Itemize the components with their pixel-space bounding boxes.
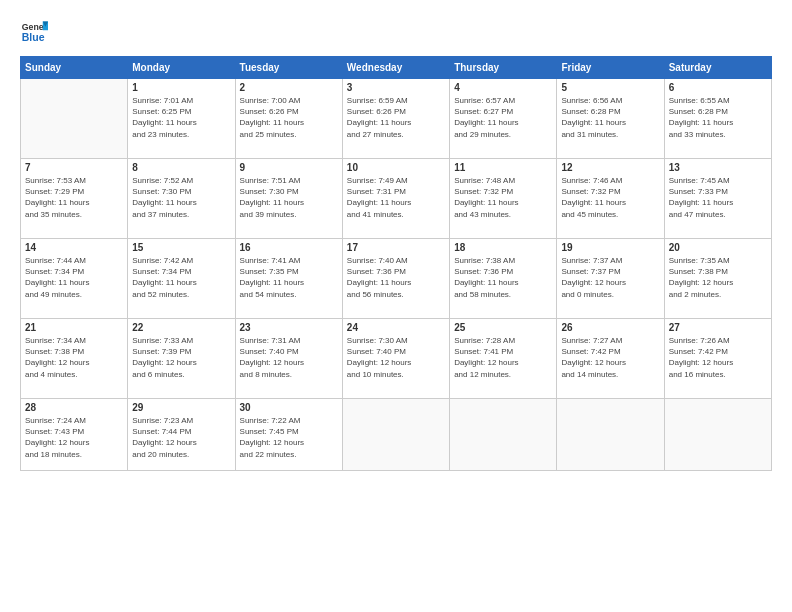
calendar-cell <box>21 79 128 159</box>
day-number: 27 <box>669 322 767 333</box>
calendar-cell: 8Sunrise: 7:52 AM Sunset: 7:30 PM Daylig… <box>128 159 235 239</box>
day-number: 21 <box>25 322 123 333</box>
day-info: Sunrise: 6:56 AM Sunset: 6:28 PM Dayligh… <box>561 95 659 140</box>
day-info: Sunrise: 7:30 AM Sunset: 7:40 PM Dayligh… <box>347 335 445 380</box>
calendar-cell: 30Sunrise: 7:22 AM Sunset: 7:45 PM Dayli… <box>235 399 342 471</box>
day-info: Sunrise: 7:53 AM Sunset: 7:29 PM Dayligh… <box>25 175 123 220</box>
day-number: 9 <box>240 162 338 173</box>
day-number: 22 <box>132 322 230 333</box>
calendar-cell: 2Sunrise: 7:00 AM Sunset: 6:26 PM Daylig… <box>235 79 342 159</box>
day-number: 10 <box>347 162 445 173</box>
calendar-cell: 26Sunrise: 7:27 AM Sunset: 7:42 PM Dayli… <box>557 319 664 399</box>
calendar-header-wednesday: Wednesday <box>342 57 449 79</box>
calendar-header-friday: Friday <box>557 57 664 79</box>
day-number: 26 <box>561 322 659 333</box>
calendar-week-row: 28Sunrise: 7:24 AM Sunset: 7:43 PM Dayli… <box>21 399 772 471</box>
day-info: Sunrise: 7:00 AM Sunset: 6:26 PM Dayligh… <box>240 95 338 140</box>
calendar-week-row: 14Sunrise: 7:44 AM Sunset: 7:34 PM Dayli… <box>21 239 772 319</box>
calendar-cell: 16Sunrise: 7:41 AM Sunset: 7:35 PM Dayli… <box>235 239 342 319</box>
header: General Blue <box>20 18 772 46</box>
day-info: Sunrise: 7:34 AM Sunset: 7:38 PM Dayligh… <box>25 335 123 380</box>
day-info: Sunrise: 7:23 AM Sunset: 7:44 PM Dayligh… <box>132 415 230 460</box>
day-number: 14 <box>25 242 123 253</box>
day-info: Sunrise: 7:33 AM Sunset: 7:39 PM Dayligh… <box>132 335 230 380</box>
calendar-cell <box>450 399 557 471</box>
logo-icon: General Blue <box>20 18 48 46</box>
calendar: SundayMondayTuesdayWednesdayThursdayFrid… <box>20 56 772 471</box>
calendar-header-monday: Monday <box>128 57 235 79</box>
calendar-cell: 20Sunrise: 7:35 AM Sunset: 7:38 PM Dayli… <box>664 239 771 319</box>
day-number: 5 <box>561 82 659 93</box>
calendar-week-row: 21Sunrise: 7:34 AM Sunset: 7:38 PM Dayli… <box>21 319 772 399</box>
calendar-cell: 24Sunrise: 7:30 AM Sunset: 7:40 PM Dayli… <box>342 319 449 399</box>
day-number: 1 <box>132 82 230 93</box>
day-number: 11 <box>454 162 552 173</box>
calendar-cell: 6Sunrise: 6:55 AM Sunset: 6:28 PM Daylig… <box>664 79 771 159</box>
day-info: Sunrise: 7:01 AM Sunset: 6:25 PM Dayligh… <box>132 95 230 140</box>
day-number: 4 <box>454 82 552 93</box>
calendar-cell: 22Sunrise: 7:33 AM Sunset: 7:39 PM Dayli… <box>128 319 235 399</box>
day-number: 17 <box>347 242 445 253</box>
day-number: 15 <box>132 242 230 253</box>
calendar-week-row: 1Sunrise: 7:01 AM Sunset: 6:25 PM Daylig… <box>21 79 772 159</box>
calendar-cell: 15Sunrise: 7:42 AM Sunset: 7:34 PM Dayli… <box>128 239 235 319</box>
day-info: Sunrise: 7:38 AM Sunset: 7:36 PM Dayligh… <box>454 255 552 300</box>
calendar-cell: 23Sunrise: 7:31 AM Sunset: 7:40 PM Dayli… <box>235 319 342 399</box>
day-number: 6 <box>669 82 767 93</box>
day-info: Sunrise: 7:42 AM Sunset: 7:34 PM Dayligh… <box>132 255 230 300</box>
calendar-week-row: 7Sunrise: 7:53 AM Sunset: 7:29 PM Daylig… <box>21 159 772 239</box>
day-info: Sunrise: 7:45 AM Sunset: 7:33 PM Dayligh… <box>669 175 767 220</box>
day-info: Sunrise: 7:22 AM Sunset: 7:45 PM Dayligh… <box>240 415 338 460</box>
day-number: 16 <box>240 242 338 253</box>
day-number: 7 <box>25 162 123 173</box>
calendar-cell: 10Sunrise: 7:49 AM Sunset: 7:31 PM Dayli… <box>342 159 449 239</box>
calendar-cell: 29Sunrise: 7:23 AM Sunset: 7:44 PM Dayli… <box>128 399 235 471</box>
day-number: 24 <box>347 322 445 333</box>
day-info: Sunrise: 7:46 AM Sunset: 7:32 PM Dayligh… <box>561 175 659 220</box>
day-number: 20 <box>669 242 767 253</box>
calendar-cell: 14Sunrise: 7:44 AM Sunset: 7:34 PM Dayli… <box>21 239 128 319</box>
calendar-cell: 1Sunrise: 7:01 AM Sunset: 6:25 PM Daylig… <box>128 79 235 159</box>
calendar-cell: 12Sunrise: 7:46 AM Sunset: 7:32 PM Dayli… <box>557 159 664 239</box>
day-info: Sunrise: 7:31 AM Sunset: 7:40 PM Dayligh… <box>240 335 338 380</box>
day-number: 8 <box>132 162 230 173</box>
day-number: 12 <box>561 162 659 173</box>
day-info: Sunrise: 7:37 AM Sunset: 7:37 PM Dayligh… <box>561 255 659 300</box>
logo: General Blue <box>20 18 52 46</box>
day-info: Sunrise: 7:24 AM Sunset: 7:43 PM Dayligh… <box>25 415 123 460</box>
day-number: 3 <box>347 82 445 93</box>
day-number: 18 <box>454 242 552 253</box>
calendar-header-saturday: Saturday <box>664 57 771 79</box>
day-info: Sunrise: 7:40 AM Sunset: 7:36 PM Dayligh… <box>347 255 445 300</box>
day-info: Sunrise: 7:35 AM Sunset: 7:38 PM Dayligh… <box>669 255 767 300</box>
day-info: Sunrise: 7:51 AM Sunset: 7:30 PM Dayligh… <box>240 175 338 220</box>
day-info: Sunrise: 7:27 AM Sunset: 7:42 PM Dayligh… <box>561 335 659 380</box>
calendar-cell: 13Sunrise: 7:45 AM Sunset: 7:33 PM Dayli… <box>664 159 771 239</box>
calendar-cell: 27Sunrise: 7:26 AM Sunset: 7:42 PM Dayli… <box>664 319 771 399</box>
calendar-cell: 7Sunrise: 7:53 AM Sunset: 7:29 PM Daylig… <box>21 159 128 239</box>
day-number: 30 <box>240 402 338 413</box>
day-info: Sunrise: 6:59 AM Sunset: 6:26 PM Dayligh… <box>347 95 445 140</box>
calendar-header-sunday: Sunday <box>21 57 128 79</box>
calendar-cell: 17Sunrise: 7:40 AM Sunset: 7:36 PM Dayli… <box>342 239 449 319</box>
day-number: 19 <box>561 242 659 253</box>
day-info: Sunrise: 7:26 AM Sunset: 7:42 PM Dayligh… <box>669 335 767 380</box>
day-info: Sunrise: 7:28 AM Sunset: 7:41 PM Dayligh… <box>454 335 552 380</box>
day-info: Sunrise: 7:48 AM Sunset: 7:32 PM Dayligh… <box>454 175 552 220</box>
calendar-cell: 25Sunrise: 7:28 AM Sunset: 7:41 PM Dayli… <box>450 319 557 399</box>
day-info: Sunrise: 7:41 AM Sunset: 7:35 PM Dayligh… <box>240 255 338 300</box>
calendar-cell: 9Sunrise: 7:51 AM Sunset: 7:30 PM Daylig… <box>235 159 342 239</box>
day-info: Sunrise: 6:55 AM Sunset: 6:28 PM Dayligh… <box>669 95 767 140</box>
day-number: 23 <box>240 322 338 333</box>
day-number: 25 <box>454 322 552 333</box>
day-number: 13 <box>669 162 767 173</box>
day-number: 29 <box>132 402 230 413</box>
calendar-header-tuesday: Tuesday <box>235 57 342 79</box>
calendar-cell: 21Sunrise: 7:34 AM Sunset: 7:38 PM Dayli… <box>21 319 128 399</box>
day-number: 2 <box>240 82 338 93</box>
calendar-cell: 28Sunrise: 7:24 AM Sunset: 7:43 PM Dayli… <box>21 399 128 471</box>
calendar-cell: 5Sunrise: 6:56 AM Sunset: 6:28 PM Daylig… <box>557 79 664 159</box>
day-info: Sunrise: 6:57 AM Sunset: 6:27 PM Dayligh… <box>454 95 552 140</box>
calendar-cell: 11Sunrise: 7:48 AM Sunset: 7:32 PM Dayli… <box>450 159 557 239</box>
calendar-cell: 4Sunrise: 6:57 AM Sunset: 6:27 PM Daylig… <box>450 79 557 159</box>
